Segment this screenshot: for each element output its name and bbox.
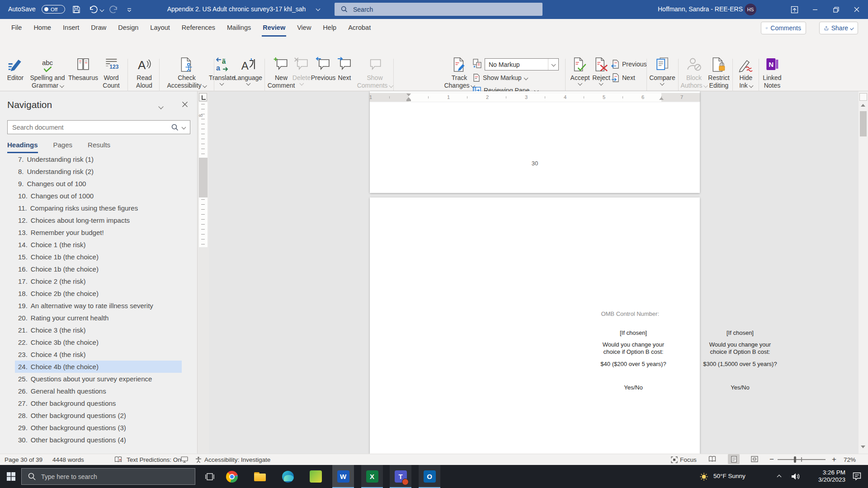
nav-heading-item[interactable]: 15.Choice 1b (the choice) — [15, 251, 182, 263]
action-center-icon[interactable] — [853, 472, 861, 482]
document-page-31[interactable]: OMB Control Number: [If chosen] Would yo… — [370, 197, 700, 454]
hide-ink-button[interactable]: Hide Ink — [738, 57, 754, 89]
text-predictions-indicator[interactable]: Text Predictions: On — [127, 454, 181, 465]
vertical-scrollbar[interactable] — [859, 91, 868, 454]
volume-icon[interactable] — [791, 473, 800, 482]
nav-heading-item[interactable]: 14.Choice 1 (the risk) — [15, 239, 182, 251]
ribbon-tab-help[interactable]: Help — [317, 19, 342, 37]
linked-notes-button[interactable]: N Linked Notes — [763, 57, 781, 89]
read-mode-view-button[interactable] — [706, 454, 718, 464]
chrome-icon[interactable] — [221, 465, 243, 488]
search-input[interactable] — [352, 5, 517, 14]
avatar[interactable]: HS — [745, 4, 756, 15]
nav-tab-results[interactable]: Results — [88, 141, 110, 153]
next-comment-button[interactable]: Next — [337, 57, 352, 82]
navigation-pane-chevron[interactable] — [158, 104, 163, 109]
ribbon-tab-acrobat[interactable]: Acrobat — [342, 19, 377, 37]
nav-heading-item[interactable]: 18.Choice 2b (the choice) — [15, 287, 182, 300]
new-comment-button[interactable]: New Comment — [268, 57, 295, 89]
document-search-box[interactable] — [7, 120, 190, 134]
translate-button[interactable]: ãa Translate — [209, 57, 235, 85]
nav-heading-item[interactable]: 25.Questions about your survey experienc… — [15, 373, 182, 385]
document-canvas[interactable]: 30 11234567 OMB Control Number: [If chos… — [209, 91, 859, 454]
minimize-button[interactable] — [805, 0, 826, 19]
focus-button[interactable]: Focus — [671, 454, 697, 465]
comments-button[interactable]: Comments — [761, 22, 806, 34]
left-indent-marker[interactable] — [406, 100, 411, 101]
user-name[interactable]: Hoffmann, Sandra - REE-ERS — [658, 5, 743, 13]
scrollbar-thumb[interactable] — [860, 111, 867, 136]
zoom-level[interactable]: 72% — [844, 454, 856, 465]
compare-button[interactable]: Compare — [649, 57, 675, 85]
taskbar-search-box[interactable]: Type here to search — [21, 468, 195, 485]
print-layout-view-button[interactable] — [728, 454, 740, 464]
horizontal-ruler[interactable]: 11234567 — [370, 93, 700, 102]
search-icon[interactable] — [171, 124, 179, 131]
language-button[interactable]: A Language — [234, 57, 262, 85]
word-count-button[interactable]: 123 Word Count — [103, 57, 119, 89]
accessibility-icon[interactable] — [195, 454, 202, 465]
document-search-input[interactable] — [8, 123, 171, 131]
track-changes-button[interactable]: Track Changes — [444, 57, 474, 89]
ribbon-tab-home[interactable]: Home — [28, 19, 57, 37]
markup-select-chevron[interactable] — [548, 59, 558, 70]
nav-tab-headings[interactable]: Headings — [7, 141, 38, 153]
previous-change-button[interactable]: Previous — [611, 60, 646, 69]
navigation-pane-close-icon[interactable] — [182, 101, 188, 109]
teams-taskbar-icon[interactable]: T — [390, 465, 411, 488]
web-layout-view-button[interactable] — [749, 454, 760, 464]
ribbon-tab-view[interactable]: View — [291, 19, 317, 37]
restore-button[interactable] — [826, 0, 846, 19]
right-indent-marker[interactable] — [659, 97, 664, 100]
pinned-app-icon[interactable] — [305, 465, 326, 488]
weather-sun-icon[interactable] — [700, 473, 708, 483]
title-dropdown-chevron[interactable] — [316, 7, 321, 11]
proofing-status-icon[interactable] — [114, 454, 122, 465]
share-button[interactable]: Share — [819, 22, 858, 34]
scroll-down-arrow[interactable] — [861, 446, 865, 448]
tab-stop-selector[interactable] — [199, 93, 207, 101]
zoom-in-button[interactable]: + — [832, 454, 836, 465]
nav-heading-item[interactable]: 16.Choice 1b (the choice) — [15, 263, 182, 275]
nav-heading-item[interactable]: 23.Choice 4 (the risk) — [15, 348, 182, 361]
redo-icon[interactable] — [108, 5, 118, 16]
nav-heading-item[interactable]: 28.Other background questions (2) — [15, 409, 182, 422]
autosave-toggle[interactable]: Off — [42, 5, 65, 14]
nav-heading-item[interactable]: 29.Other background questions (3) — [15, 422, 182, 434]
ribbon-tab-references[interactable]: References — [176, 19, 221, 37]
reject-button[interactable]: Reject — [592, 57, 610, 85]
nav-heading-item[interactable]: 12.Choices about long-term impacts — [15, 214, 182, 226]
nav-heading-item[interactable]: 13.Remember your budget! — [15, 226, 182, 239]
nav-heading-item[interactable]: 30.Other background questions (4) — [15, 434, 182, 446]
nav-heading-item[interactable]: 8.Understanding risk (2) — [15, 165, 182, 178]
show-markup-button[interactable]: Show Markup — [473, 74, 528, 82]
zoom-slider-thumb[interactable] — [794, 456, 796, 463]
thesaurus-button[interactable]: Thesaurus — [68, 57, 98, 82]
weather-status[interactable]: 50°F Sunny — [713, 473, 745, 479]
nav-heading-item[interactable]: 7.Understanding risk (1) — [15, 156, 182, 165]
scrollbar-top-box[interactable] — [859, 93, 867, 101]
search-options-chevron[interactable] — [182, 125, 186, 130]
ribbon-tab-design[interactable]: Design — [112, 19, 144, 37]
ribbon-tab-review[interactable]: Review — [257, 19, 291, 37]
word-taskbar-icon[interactable]: W — [332, 465, 354, 488]
nav-heading-item[interactable]: 22.Choice 3b (the choice) — [15, 336, 182, 348]
word-count-indicator[interactable]: 4448 words — [52, 454, 84, 465]
hidden-icons-chevron[interactable] — [777, 475, 782, 479]
close-icon[interactable] — [846, 0, 867, 19]
nav-tab-pages[interactable]: Pages — [53, 141, 73, 153]
display-settings-icon[interactable] — [181, 454, 188, 465]
accept-button[interactable]: Accept — [571, 57, 590, 85]
task-view-button[interactable] — [199, 465, 221, 488]
first-line-indent-marker[interactable] — [406, 94, 411, 96]
nav-heading-item[interactable]: 26.General health questions — [15, 385, 182, 397]
nav-heading-item[interactable]: 19.An alternative way to rate illness se… — [15, 300, 182, 312]
outlook-taskbar-icon[interactable]: O — [419, 465, 440, 488]
read-aloud-button[interactable]: A Read Aloud — [136, 57, 152, 89]
nav-heading-item[interactable]: 11.Comparing risks using these figures — [15, 202, 182, 214]
restrict-editing-button[interactable]: Restrict Editing — [708, 57, 729, 89]
nav-heading-item[interactable]: 27.Other background questions — [15, 397, 182, 409]
undo-dropdown-chevron[interactable] — [100, 8, 104, 12]
edge-icon[interactable] — [277, 465, 299, 488]
nav-heading-item[interactable]: 21.Choice 3 (the risk) — [15, 324, 182, 336]
